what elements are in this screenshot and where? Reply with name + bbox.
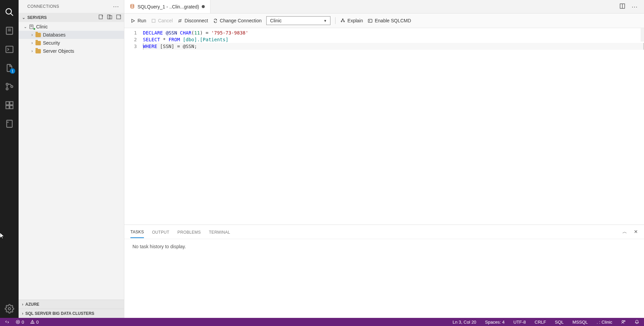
panel-tabs: TASKS OUTPUT PROBLEMS TERMINAL ︿ ✕	[124, 225, 644, 239]
separator	[335, 17, 336, 24]
status-eol[interactable]: CRLF	[533, 320, 547, 325]
tab-title: SQLQuery_1 - ..Clin...grated)	[138, 4, 199, 9]
activity-notebook-icon[interactable]	[0, 114, 19, 133]
section-bigdata[interactable]: › SQL SERVER BIG DATA CLUSTERS	[19, 309, 124, 318]
section-servers[interactable]: ⌄ SERVERS	[19, 13, 124, 22]
panel-maximize-icon[interactable]: ︿	[622, 229, 627, 235]
status-bell-icon[interactable]	[633, 320, 641, 324]
svg-rect-5	[6, 46, 13, 52]
svg-point-33	[341, 21, 342, 22]
new-group-icon[interactable]	[107, 14, 113, 21]
query-toolbar: Run Cancel Disconnect Change Connection …	[124, 14, 644, 28]
activity-terminal-icon[interactable]	[0, 40, 19, 59]
svg-point-7	[6, 88, 8, 90]
split-editor-icon[interactable]	[619, 3, 625, 10]
new-connection-icon[interactable]	[98, 14, 104, 21]
svg-rect-13	[6, 120, 12, 127]
status-encoding[interactable]: UTF-8	[512, 320, 527, 325]
dirty-indicator-icon	[202, 5, 205, 8]
activity-badge: 1	[10, 68, 15, 74]
section-azure[interactable]: › AZURE	[19, 300, 124, 309]
svg-point-44	[622, 321, 624, 322]
svg-rect-37	[368, 19, 372, 22]
chevron-right-icon: ›	[22, 302, 23, 307]
activity-scm-icon[interactable]	[0, 77, 19, 96]
folder-icon	[35, 33, 42, 37]
tree-label: Databases	[43, 32, 66, 38]
activity-settings-icon[interactable]	[0, 299, 19, 318]
chevron-right-icon: ›	[29, 41, 35, 45]
tab-bar: SQLQuery_1 - ..Clin...grated) ⋯	[124, 0, 644, 14]
line-gutter: 1 2 3	[124, 28, 143, 225]
server-label: Clinic	[36, 24, 48, 29]
status-spaces[interactable]: Spaces: 4	[484, 320, 506, 325]
panel-body: No task history to display.	[124, 239, 644, 254]
status-dot-icon	[33, 28, 35, 30]
cancel-button: Cancel	[151, 18, 173, 23]
activity-search-icon[interactable]	[0, 3, 19, 21]
minimap[interactable]	[641, 28, 644, 42]
code-editor[interactable]: 1 2 3 DECLARE @SSN CHAR(11) = '795-73-98…	[124, 28, 644, 225]
panel-close-icon[interactable]: ✕	[634, 229, 638, 235]
folder-icon	[35, 49, 42, 53]
code-content[interactable]: DECLARE @SSN CHAR(11) = '795-73-9838'SEL…	[143, 28, 644, 225]
svg-marker-29	[132, 19, 134, 22]
svg-rect-16	[99, 15, 102, 19]
svg-line-1	[10, 13, 13, 16]
status-feedback-icon[interactable]	[620, 320, 627, 324]
svg-point-34	[344, 21, 345, 22]
collapse-icon[interactable]	[116, 14, 121, 21]
explain-button[interactable]: Explain	[340, 18, 363, 23]
panel-message: No task history to display.	[132, 244, 186, 249]
activity-bar: 1	[0, 0, 19, 318]
connection-select[interactable]: Clinic	[266, 16, 330, 25]
section-servers-label: SERVERS	[27, 15, 47, 20]
activity-explorer-icon[interactable]: 1	[0, 59, 19, 77]
svg-line-36	[343, 20, 344, 21]
sidebar: CONNECTIONS ⋯ ⌄ SERVERS ⌄ Clinic ›	[19, 0, 124, 318]
panel-tab-output[interactable]: OUTPUT	[152, 226, 169, 238]
more-icon[interactable]: ⋯	[631, 3, 638, 10]
status-bar: 0 0 Ln 3, Col 20 Spaces: 4 UTF-8 CRLF SQ…	[0, 318, 644, 326]
change-connection-button[interactable]: Change Connection	[213, 18, 262, 23]
sidebar-title: CONNECTIONS	[27, 4, 59, 9]
disconnect-button[interactable]: Disconnect	[177, 18, 208, 23]
editor-tab[interactable]: SQLQuery_1 - ..Clin...grated)	[124, 0, 210, 13]
svg-point-43	[32, 323, 33, 323]
chevron-right-icon: ›	[29, 32, 35, 37]
svg-rect-21	[117, 15, 121, 19]
section-azure-label: AZURE	[25, 302, 39, 307]
svg-rect-12	[10, 101, 13, 104]
enable-sqlcmd-button[interactable]: Enable SQLCMD	[368, 18, 411, 23]
panel-tab-problems[interactable]: PROBLEMS	[177, 226, 201, 238]
chevron-down-icon: ⌄	[23, 24, 28, 29]
activity-extensions-icon[interactable]	[0, 96, 19, 114]
panel-tab-tasks[interactable]: TASKS	[130, 226, 144, 238]
status-errors[interactable]: 0	[14, 320, 25, 325]
status-warnings[interactable]: 0	[29, 320, 40, 325]
tree-security[interactable]: › Security	[19, 39, 124, 47]
more-icon[interactable]: ⋯	[113, 3, 119, 10]
panel-tab-terminal[interactable]: TERMINAL	[209, 226, 230, 238]
activity-servers-icon[interactable]	[0, 21, 19, 40]
run-button[interactable]: Run	[130, 18, 146, 23]
svg-rect-11	[10, 106, 13, 109]
sidebar-title-row: CONNECTIONS ⋯	[19, 0, 124, 13]
svg-rect-9	[6, 101, 9, 104]
tree-server-objects[interactable]: › Server Objects	[19, 47, 124, 55]
status-connection[interactable]: . : Clinic	[595, 320, 614, 325]
database-icon	[130, 4, 135, 10]
status-line-col[interactable]: Ln 3, Col 20	[451, 320, 478, 325]
svg-point-0	[6, 8, 11, 14]
server-tree: ⌄ Clinic › Databases › Security › S	[19, 22, 124, 300]
tree-databases[interactable]: › Databases	[19, 31, 124, 39]
status-language[interactable]: SQL	[553, 320, 565, 325]
tree-server-clinic[interactable]: ⌄ Clinic	[19, 23, 124, 31]
svg-point-6	[6, 83, 8, 85]
tree-label: Server Objects	[43, 48, 74, 54]
status-provider[interactable]: MSSQL	[571, 320, 589, 325]
chevron-right-icon: ›	[29, 49, 35, 53]
status-remote-icon[interactable]	[3, 320, 11, 324]
section-bigdata-label: SQL SERVER BIG DATA CLUSTERS	[25, 311, 94, 316]
svg-rect-30	[152, 19, 155, 22]
